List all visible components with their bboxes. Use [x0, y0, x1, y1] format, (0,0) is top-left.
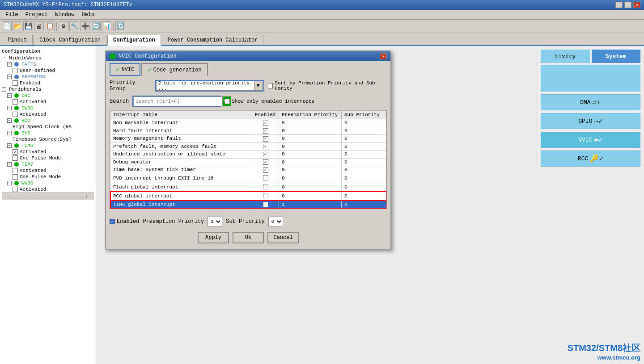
expand-middlewares[interactable]: −: [2, 56, 6, 60]
tree-peripherals[interactable]: − Peripherals: [2, 86, 94, 92]
menu-help[interactable]: Help: [78, 11, 98, 19]
sys-circle: [14, 131, 19, 135]
tim6-activated-cb[interactable]: ✓: [13, 149, 18, 155]
sort-row: Sort by Premption Priority and Sub Porit…: [268, 80, 387, 91]
menu-window[interactable]: Window: [51, 11, 78, 19]
preemption-select[interactable]: 1: [208, 217, 222, 226]
table-row[interactable]: Flash global interrupt00: [110, 183, 386, 192]
tab-code-generation[interactable]: ✓ Code generation: [141, 63, 208, 76]
priority-group-label: Priority Group: [110, 79, 152, 92]
expand-crc[interactable]: −: [7, 93, 12, 98]
tab-nvic[interactable]: ✓ NVIC: [110, 63, 140, 76]
tree-freertos[interactable]: − FREERTOS: [2, 74, 94, 80]
interrupt-table: Interrupt Table Enabled Preemption Prior…: [110, 110, 386, 209]
toolbar-btn-10[interactable]: 📊: [102, 21, 111, 31]
toolbar-btn-refresh[interactable]: 🔃: [115, 21, 125, 31]
user-defined-cb[interactable]: [13, 68, 18, 73]
toolbar-btn-7[interactable]: 🔧: [69, 21, 79, 31]
table-row[interactable]: Time base: System tick timer✓00: [110, 166, 386, 174]
priority-group-select[interactable]: 2 bits for pre-emption priority ...: [156, 81, 254, 91]
close-window-button[interactable]: ✕: [633, 2, 640, 8]
expand-peripherals[interactable]: −: [2, 87, 6, 92]
crc-activated-cb[interactable]: [13, 99, 18, 105]
show-enabled-label: Show only enabled interrupts: [232, 99, 314, 104]
sort-cb[interactable]: [268, 83, 273, 88]
tree-middlewares[interactable]: − MiddleWares: [2, 55, 94, 61]
tree-tim6[interactable]: − TIM6: [2, 142, 94, 149]
tree-crc-activated: Activated: [2, 99, 94, 105]
wwdg-activated-label: Activated: [20, 187, 46, 192]
expand-freertos[interactable]: −: [7, 75, 12, 79]
apply-button[interactable]: Apply: [198, 232, 229, 243]
table-row[interactable]: TIM6 global interrupt✓10: [110, 201, 386, 209]
table-row[interactable]: Prefetch fault, memory access fault✓00: [110, 142, 386, 151]
toolbar-btn-8[interactable]: ➕: [80, 21, 90, 31]
table-row[interactable]: Debug monitor✓00: [110, 158, 386, 166]
enabled-bottom-label: Enabled: [117, 218, 139, 225]
tree-tim7[interactable]: − TIM7: [2, 161, 94, 167]
table-row[interactable]: Undefined instruction or illegal state✓0…: [110, 151, 386, 159]
tab-power[interactable]: Power Consumption Calculator: [162, 35, 264, 45]
expand-wwdg[interactable]: −: [7, 181, 12, 185]
tree-fatfs[interactable]: − FATFS: [2, 61, 94, 67]
toolbar-btn-9[interactable]: 🔄: [91, 21, 101, 31]
tim7-opm-cb[interactable]: [13, 174, 18, 180]
col-enabled: Enabled: [252, 111, 279, 119]
expand-iwdg[interactable]: −: [7, 106, 12, 110]
tree-wwdg[interactable]: − WWDG: [2, 180, 94, 186]
expand-tim7[interactable]: −: [7, 162, 12, 167]
scroll-track[interactable]: [9, 195, 87, 198]
menu-file[interactable]: File: [2, 11, 22, 19]
tim7-activated-cb[interactable]: [13, 168, 18, 173]
toolbar-btn-1[interactable]: 📄: [2, 21, 12, 31]
toolbar-btn-6[interactable]: ⚙: [59, 21, 68, 31]
search-input[interactable]: [133, 96, 223, 106]
tab-configuration[interactable]: Configuration: [107, 35, 161, 46]
table-row[interactable]: Hard fault interrupt✓00: [110, 127, 386, 135]
enabled-bottom-cb[interactable]: ✓: [110, 219, 115, 224]
interrupt-table-container[interactable]: Interrupt Table Enabled Preemption Prior…: [110, 110, 386, 209]
dialog-overlay: NVIC Configuration ✕ ✓ NVIC ✓ Code gener…: [96, 46, 644, 364]
tab-clock[interactable]: Clock Configuration: [34, 35, 106, 45]
dialog-buttons: Apply Ok Cancel: [110, 230, 387, 245]
tree-rcc[interactable]: − RCC: [2, 117, 94, 124]
ok-button[interactable]: Ok: [233, 232, 264, 243]
toolbar-btn-5[interactable]: 📋: [45, 21, 55, 31]
priority-group-arrow[interactable]: ▼: [254, 81, 263, 91]
dialog-icon: [110, 53, 116, 59]
table-row[interactable]: Memory management fault✓00: [110, 135, 386, 143]
table-row[interactable]: PVD interrupt through EXII line 1600: [110, 174, 386, 183]
table-row[interactable]: RCC global interrupt00: [110, 192, 386, 201]
maximize-button[interactable]: □: [624, 2, 631, 8]
dialog-close-button[interactable]: ✕: [380, 53, 387, 59]
table-row[interactable]: Non maskable interrupt✓00: [110, 119, 386, 127]
menu-project[interactable]: Project: [22, 11, 51, 19]
tree-crc[interactable]: − CRC: [2, 92, 94, 99]
cancel-button[interactable]: Cancel: [267, 232, 299, 243]
expand-fatfs[interactable]: −: [7, 62, 12, 67]
dialog-tabs: ✓ NVIC ✓ Code generation: [106, 61, 390, 76]
sub-select[interactable]: 0: [268, 217, 283, 226]
tree-tim7-activated: Activated: [2, 167, 94, 174]
expand-sys[interactable]: −: [7, 131, 12, 135]
tree-scrollbar[interactable]: [2, 192, 94, 200]
toolbar-btn-4[interactable]: 🖨: [34, 21, 44, 31]
tim6-opm-cb[interactable]: [13, 155, 18, 161]
tree-sys[interactable]: − SYS: [2, 130, 94, 136]
show-enabled-cb[interactable]: [225, 99, 230, 104]
toolbar-btn-3[interactable]: 💾: [23, 21, 33, 31]
wwdg-activated-cb[interactable]: [13, 187, 18, 192]
sort-label: Sort by Premption Priority and Sub Porit…: [275, 80, 387, 91]
freertos-enabled-cb[interactable]: [13, 80, 18, 86]
codegen-tab-check: ✓: [148, 66, 151, 74]
minimize-button[interactable]: −: [615, 2, 623, 8]
iwdg-activated-cb[interactable]: [13, 112, 18, 117]
tree-iwdg[interactable]: − IWDG: [2, 105, 94, 111]
iwdg-circle: [14, 106, 19, 110]
expand-rcc[interactable]: −: [7, 118, 12, 123]
toolbar-btn-2[interactable]: 📂: [13, 21, 22, 31]
menu-bar: File Project Window Help: [0, 10, 644, 20]
expand-tim6[interactable]: −: [7, 143, 12, 148]
sys-label: SYS: [21, 130, 30, 136]
tab-pinout[interactable]: Pinout: [2, 35, 33, 45]
